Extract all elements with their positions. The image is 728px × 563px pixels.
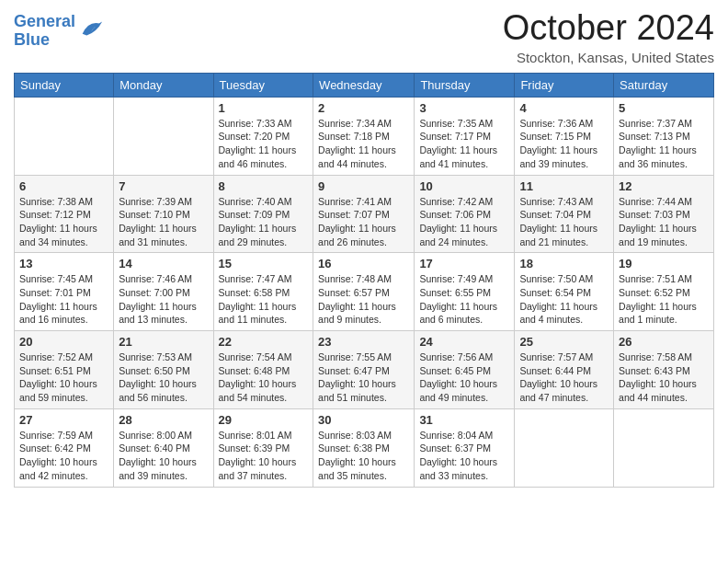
day-number: 8 [219,179,309,193]
table-row: 10Sunrise: 7:42 AM Sunset: 7:06 PM Dayli… [415,175,515,253]
logo-line2: Blue [14,30,50,49]
col-saturday: Saturday [614,73,714,97]
day-info: Sunrise: 7:57 AM Sunset: 6:44 PM Dayligh… [519,350,609,405]
header: General Blue October 2024 Stockton, Kans… [14,9,714,65]
col-sunday: Sunday [15,73,114,97]
day-info: Sunrise: 8:04 AM Sunset: 6:37 PM Dayligh… [419,429,509,483]
month-title: October 2024 [503,9,714,48]
table-row: 1Sunrise: 7:33 AM Sunset: 7:20 PM Daylig… [213,97,313,175]
day-number: 13 [19,257,108,270]
table-row: 22Sunrise: 7:54 AM Sunset: 6:48 PM Dayli… [213,331,313,409]
day-number: 23 [318,335,409,349]
day-number: 21 [119,335,208,349]
calendar-header-row: Sunday Monday Tuesday Wednesday Thursday… [15,73,714,97]
day-number: 22 [219,335,309,349]
calendar-week-2: 6Sunrise: 7:38 AM Sunset: 7:12 PM Daylig… [15,175,714,253]
day-info: Sunrise: 7:36 AM Sunset: 7:15 PM Dayligh… [519,117,609,171]
day-info: Sunrise: 7:59 AM Sunset: 6:42 PM Dayligh… [19,429,108,483]
logo-bird-icon [78,17,104,42]
day-info: Sunrise: 8:00 AM Sunset: 6:40 PM Dayligh… [119,429,208,483]
table-row: 5Sunrise: 7:37 AM Sunset: 7:13 PM Daylig… [614,97,714,175]
day-number: 2 [318,101,409,115]
table-row: 14Sunrise: 7:46 AM Sunset: 7:00 PM Dayli… [114,253,213,331]
table-row: 28Sunrise: 8:00 AM Sunset: 6:40 PM Dayli… [114,408,213,487]
day-info: Sunrise: 7:54 AM Sunset: 6:48 PM Dayligh… [219,350,309,405]
day-info: Sunrise: 7:34 AM Sunset: 7:18 PM Dayligh… [318,117,409,171]
day-info: Sunrise: 7:52 AM Sunset: 6:51 PM Dayligh… [19,350,108,405]
day-info: Sunrise: 7:45 AM Sunset: 7:01 PM Dayligh… [19,272,108,327]
table-row: 20Sunrise: 7:52 AM Sunset: 6:51 PM Dayli… [15,331,114,409]
day-number: 31 [419,413,509,427]
table-row: 4Sunrise: 7:36 AM Sunset: 7:15 PM Daylig… [515,97,614,175]
day-number: 25 [519,335,609,349]
day-info: Sunrise: 7:49 AM Sunset: 6:55 PM Dayligh… [419,272,509,327]
calendar-week-5: 27Sunrise: 7:59 AM Sunset: 6:42 PM Dayli… [15,408,714,487]
day-number: 18 [519,257,609,270]
table-row: 12Sunrise: 7:44 AM Sunset: 7:03 PM Dayli… [614,175,714,253]
table-row: 17Sunrise: 7:49 AM Sunset: 6:55 PM Dayli… [415,253,515,331]
table-row: 21Sunrise: 7:53 AM Sunset: 6:50 PM Dayli… [114,331,213,409]
day-info: Sunrise: 7:37 AM Sunset: 7:13 PM Dayligh… [619,117,709,171]
day-info: Sunrise: 7:42 AM Sunset: 7:06 PM Dayligh… [419,195,509,249]
table-row: 13Sunrise: 7:45 AM Sunset: 7:01 PM Dayli… [15,253,114,331]
day-info: Sunrise: 7:47 AM Sunset: 6:58 PM Dayligh… [219,272,309,327]
logo-text: General Blue [14,13,75,50]
calendar-week-4: 20Sunrise: 7:52 AM Sunset: 6:51 PM Dayli… [15,331,714,409]
table-row [515,408,614,487]
table-row: 7Sunrise: 7:39 AM Sunset: 7:10 PM Daylig… [114,175,213,253]
day-info: Sunrise: 7:35 AM Sunset: 7:17 PM Dayligh… [419,117,509,171]
table-row [114,97,213,175]
location: Stockton, Kansas, United States [503,50,714,65]
table-row: 6Sunrise: 7:38 AM Sunset: 7:12 PM Daylig… [15,175,114,253]
day-number: 9 [318,179,409,193]
day-number: 28 [119,413,208,427]
day-number: 4 [519,101,609,115]
day-info: Sunrise: 7:46 AM Sunset: 7:00 PM Dayligh… [119,272,208,327]
day-number: 17 [419,257,509,270]
day-number: 15 [219,257,309,270]
col-thursday: Thursday [415,73,515,97]
day-number: 12 [619,179,709,193]
day-info: Sunrise: 8:01 AM Sunset: 6:39 PM Dayligh… [219,429,309,483]
calendar-week-3: 13Sunrise: 7:45 AM Sunset: 7:01 PM Dayli… [15,253,714,331]
table-row [614,408,714,487]
col-friday: Friday [515,73,614,97]
day-number: 1 [219,101,309,115]
day-number: 24 [419,335,509,349]
day-number: 3 [419,101,509,115]
day-number: 6 [19,179,108,193]
table-row: 2Sunrise: 7:34 AM Sunset: 7:18 PM Daylig… [313,97,415,175]
day-number: 20 [19,335,108,349]
day-number: 30 [318,413,409,427]
table-row: 16Sunrise: 7:48 AM Sunset: 6:57 PM Dayli… [313,253,415,331]
title-block: October 2024 Stockton, Kansas, United St… [503,9,714,65]
col-wednesday: Wednesday [313,73,415,97]
day-number: 26 [619,335,709,349]
page: General Blue October 2024 Stockton, Kans… [0,0,728,501]
calendar-week-1: 1Sunrise: 7:33 AM Sunset: 7:20 PM Daylig… [15,97,714,175]
table-row: 19Sunrise: 7:51 AM Sunset: 6:52 PM Dayli… [614,253,714,331]
day-number: 27 [19,413,108,427]
day-number: 5 [619,101,709,115]
day-number: 10 [419,179,509,193]
day-info: Sunrise: 7:56 AM Sunset: 6:45 PM Dayligh… [419,350,509,405]
day-info: Sunrise: 7:43 AM Sunset: 7:04 PM Dayligh… [519,195,609,249]
day-info: Sunrise: 7:51 AM Sunset: 6:52 PM Dayligh… [619,272,709,327]
table-row [15,97,114,175]
table-row: 9Sunrise: 7:41 AM Sunset: 7:07 PM Daylig… [313,175,415,253]
logo: General Blue [14,13,104,50]
day-info: Sunrise: 7:44 AM Sunset: 7:03 PM Dayligh… [619,195,709,249]
day-number: 7 [119,179,208,193]
day-info: Sunrise: 7:55 AM Sunset: 6:47 PM Dayligh… [318,350,409,405]
logo-line1: General [14,12,75,30]
day-info: Sunrise: 7:38 AM Sunset: 7:12 PM Dayligh… [19,195,108,249]
day-number: 29 [219,413,309,427]
day-info: Sunrise: 7:33 AM Sunset: 7:20 PM Dayligh… [219,117,309,171]
day-info: Sunrise: 7:50 AM Sunset: 6:54 PM Dayligh… [519,272,609,327]
col-monday: Monday [114,73,213,97]
calendar-table: Sunday Monday Tuesday Wednesday Thursday… [14,73,714,488]
table-row: 3Sunrise: 7:35 AM Sunset: 7:17 PM Daylig… [415,97,515,175]
table-row: 23Sunrise: 7:55 AM Sunset: 6:47 PM Dayli… [313,331,415,409]
table-row: 30Sunrise: 8:03 AM Sunset: 6:38 PM Dayli… [313,408,415,487]
table-row: 26Sunrise: 7:58 AM Sunset: 6:43 PM Dayli… [614,331,714,409]
